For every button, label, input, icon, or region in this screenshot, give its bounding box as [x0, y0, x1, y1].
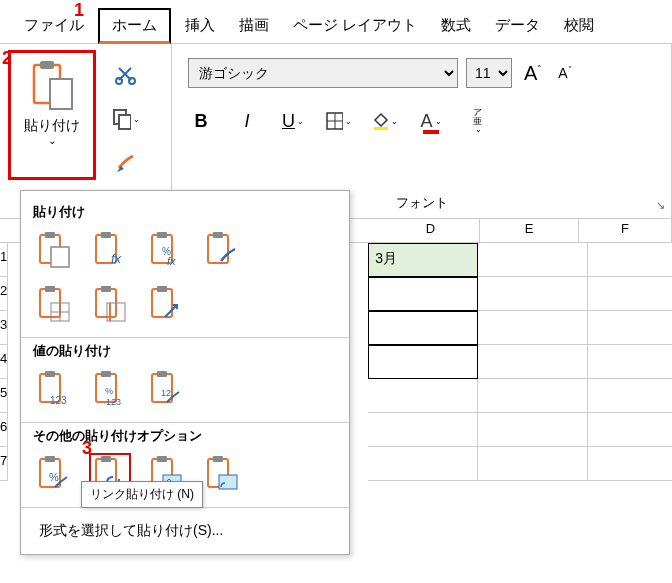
- row-header[interactable]: 2: [0, 277, 8, 311]
- paste-values-number-format-option[interactable]: %123: [89, 368, 131, 410]
- fill-color-button[interactable]: ⌄: [372, 108, 398, 134]
- paste-formulas-option[interactable]: fx: [89, 229, 131, 271]
- svg-rect-14: [51, 247, 69, 267]
- paste-values-source-format-option[interactable]: 12: [145, 368, 187, 410]
- cell[interactable]: [368, 447, 478, 481]
- tab-insert[interactable]: 挿入: [175, 8, 225, 43]
- cell[interactable]: [588, 447, 672, 481]
- cell[interactable]: [478, 311, 588, 345]
- svg-text:123: 123: [50, 395, 67, 406]
- font-color-button[interactable]: A ⌄: [418, 108, 444, 134]
- cell-D4[interactable]: [368, 345, 478, 379]
- cell[interactable]: [478, 447, 588, 481]
- svg-rect-39: [101, 371, 111, 377]
- cut-button[interactable]: [112, 61, 140, 89]
- svg-rect-1: [40, 61, 54, 69]
- tab-formulas[interactable]: 数式: [431, 8, 481, 43]
- annotation-3: 3: [82, 438, 92, 459]
- copy-button[interactable]: ⌄: [112, 105, 140, 133]
- tab-draw[interactable]: 描画: [229, 8, 279, 43]
- svg-rect-49: [101, 456, 111, 462]
- row-header[interactable]: 4: [0, 345, 8, 379]
- tab-pagelayout[interactable]: ページ レイアウト: [283, 8, 427, 43]
- paste-formulas-number-option[interactable]: %fx: [145, 229, 187, 271]
- row-header[interactable]: 7: [0, 447, 8, 481]
- bold-button[interactable]: B: [188, 108, 214, 134]
- svg-rect-34: [157, 286, 167, 292]
- grow-font-button[interactable]: A˄: [520, 62, 546, 85]
- chevron-down-icon: ⌄: [475, 126, 482, 134]
- tab-review[interactable]: 校閲: [554, 8, 604, 43]
- cell[interactable]: [368, 413, 478, 447]
- cell[interactable]: [478, 413, 588, 447]
- svg-text:fx: fx: [167, 255, 176, 267]
- scissors-icon: [115, 64, 137, 86]
- cell[interactable]: [588, 413, 672, 447]
- italic-button[interactable]: I: [234, 108, 260, 134]
- paste-values-option[interactable]: 123: [33, 368, 75, 410]
- clipboard-paste-icon: [28, 59, 76, 113]
- svg-point-4: [129, 78, 135, 84]
- font-size-select[interactable]: 11: [466, 58, 512, 88]
- cell[interactable]: [588, 345, 672, 379]
- paste-linked-picture-option[interactable]: [201, 453, 243, 495]
- paste-button[interactable]: 貼り付け ⌄: [8, 50, 96, 180]
- row-header[interactable]: 3: [0, 311, 8, 345]
- chevron-down-icon: ⌄: [345, 117, 352, 126]
- tab-data[interactable]: データ: [485, 8, 550, 43]
- border-button[interactable]: ⌄: [326, 108, 352, 134]
- menu-section-other: その他の貼り付けオプション: [33, 427, 337, 445]
- paste-transpose-option[interactable]: [145, 283, 187, 325]
- svg-rect-10: [374, 127, 388, 130]
- chevron-down-icon: ⌄: [435, 117, 442, 126]
- cell[interactable]: [368, 379, 478, 413]
- menu-section-paste: 貼り付け: [33, 203, 337, 221]
- paste-label: 貼り付け: [24, 117, 80, 135]
- cell[interactable]: [588, 311, 672, 345]
- cell[interactable]: [478, 379, 588, 413]
- annotation-1: 1: [74, 0, 84, 21]
- paste-all-option[interactable]: [33, 229, 75, 271]
- paintbrush-icon: [115, 152, 137, 174]
- row-header[interactable]: 1: [0, 243, 8, 277]
- svg-text:%: %: [49, 471, 59, 483]
- chevron-down-icon: ⌄: [133, 115, 140, 124]
- shrink-font-button[interactable]: A˅: [554, 65, 575, 81]
- paste-special-menu-item[interactable]: 形式を選択して貼り付け(S)...: [33, 512, 337, 550]
- font-name-select[interactable]: 游ゴシック: [188, 58, 458, 88]
- ribbon-tabs: ファイル ホーム 挿入 描画 ページ レイアウト 数式 データ 校閲: [0, 0, 672, 44]
- svg-rect-16: [101, 232, 111, 238]
- format-painter-button[interactable]: [112, 149, 140, 177]
- chevron-down-icon: ⌄: [48, 135, 56, 146]
- cell-E1[interactable]: [478, 243, 588, 277]
- paste-keep-source-format-option[interactable]: [201, 229, 243, 271]
- col-header-F[interactable]: F: [579, 219, 672, 242]
- menu-section-values: 値の貼り付け: [33, 342, 337, 360]
- paste-no-borders-option[interactable]: [33, 283, 75, 325]
- svg-text:12: 12: [161, 388, 171, 398]
- tab-home[interactable]: ホーム: [98, 8, 171, 44]
- annotation-2: 2: [2, 48, 12, 69]
- phonetic-guide-button[interactable]: ア 亜 ⌄: [464, 108, 490, 134]
- svg-rect-30: [101, 286, 111, 292]
- cell-D1[interactable]: 3月: [368, 243, 478, 277]
- col-header-E[interactable]: E: [480, 219, 579, 242]
- svg-rect-46: [45, 456, 55, 462]
- cell-D2[interactable]: [368, 277, 478, 311]
- paste-column-widths-option[interactable]: [89, 283, 131, 325]
- paste-options-menu: 貼り付け fx %fx 値の貼り付け 123 %123 12 その他の貼り付けオ…: [20, 190, 350, 555]
- cell[interactable]: [588, 277, 672, 311]
- row-header[interactable]: 6: [0, 413, 8, 447]
- cell-F1[interactable]: [588, 243, 672, 277]
- paste-formatting-option[interactable]: %: [33, 453, 75, 495]
- cell[interactable]: [478, 277, 588, 311]
- svg-rect-13: [45, 232, 55, 238]
- underline-button[interactable]: U⌄: [280, 108, 306, 134]
- svg-rect-23: [213, 232, 223, 238]
- cell-D3[interactable]: [368, 311, 478, 345]
- cell[interactable]: [478, 345, 588, 379]
- cell[interactable]: [588, 379, 672, 413]
- row-header[interactable]: 5: [0, 379, 8, 413]
- col-header-D[interactable]: D: [382, 219, 481, 242]
- dialog-launcher-icon[interactable]: ↘: [656, 199, 665, 212]
